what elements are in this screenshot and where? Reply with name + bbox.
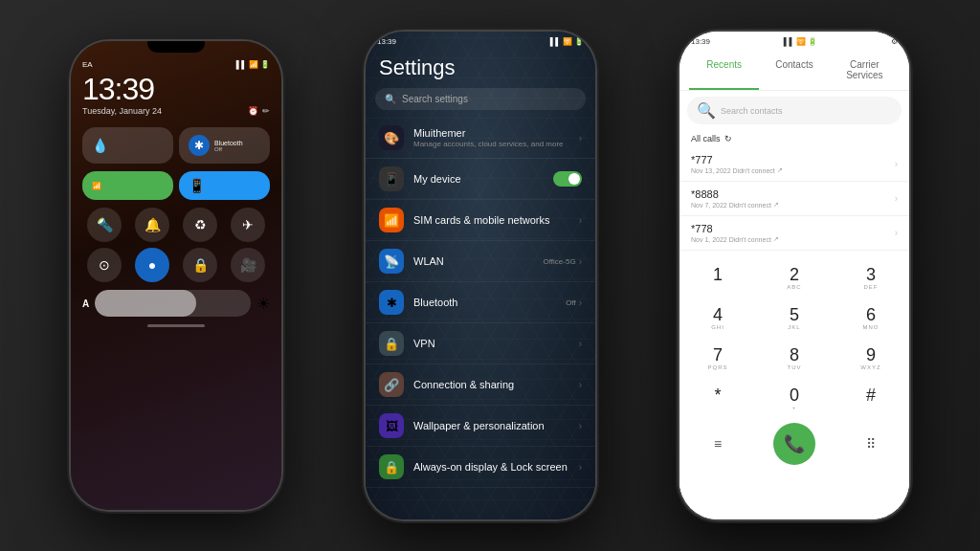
key-9-num: 9	[866, 346, 876, 364]
wallpaper-content: Wallpaper & personalization	[413, 420, 569, 431]
key-8[interactable]: 8 TUV	[756, 339, 833, 379]
status-bar-1: EA ▌▌ 📶 🔋	[82, 60, 270, 69]
brightness-slider[interactable]	[95, 290, 251, 317]
call-number-0: *777 Nov 13, 2022 Didn't connect ↗	[691, 154, 895, 174]
key-6-letters: MNO	[863, 323, 880, 331]
wlan-content: WLAN	[413, 255, 534, 267]
tab-recents[interactable]: Recents	[689, 55, 759, 90]
phone-settings: 13:39 ▌▌ 🛜 🔋 Settings 🔍 Search settings	[366, 32, 595, 519]
settings-search-box[interactable]: 🔍 Search settings	[375, 88, 586, 110]
tab-carrier[interactable]: Carrier Services	[830, 55, 900, 90]
hotspot-tile[interactable]: 📱	[179, 171, 270, 200]
device-toggle[interactable]	[553, 171, 582, 187]
airplane-btn[interactable]: ✈	[231, 208, 265, 242]
dialer-bottom-row: ≡ 📞 ⠿	[679, 419, 909, 469]
settings-list: 🎨 Miuithemer Manage accounts, cloud serv…	[366, 118, 595, 488]
phone-control-center: EA ▌▌ 📶 🔋 13:39 Tuesday, January 24 ⏰ ✏	[71, 41, 281, 510]
key-3[interactable]: 3 DEF	[833, 258, 909, 298]
notification-btn[interactable]: 🔔	[135, 208, 169, 242]
call-item-0[interactable]: *777 Nov 13, 2022 Didn't connect ↗ ›	[679, 147, 909, 182]
flashlight-btn[interactable]: 🔦	[87, 208, 122, 242]
dialpad-icon-btn[interactable]: ≡	[679, 429, 756, 459]
call-item-2[interactable]: *778 Nov 1, 2022 Didn't connect ↗ ›	[679, 216, 909, 251]
signal-2: ▌▌	[550, 37, 561, 46]
key-2[interactable]: 2 ABC	[756, 258, 833, 298]
key-4-num: 4	[713, 306, 723, 323]
settings-item-sim[interactable]: 📶 SIM cards & mobile networks ›	[366, 200, 595, 241]
connection-icon: 🔗	[379, 372, 404, 397]
call-status-text-1: Nov 7, 2022 Didn't connect	[691, 202, 771, 209]
carrier-tab-label: Carrier Services	[846, 59, 882, 80]
key-7[interactable]: 7 PQRS	[679, 339, 756, 379]
call-item-1[interactable]: *8888 Nov 7, 2022 Didn't connect ↗ ›	[679, 182, 909, 216]
key-2-num: 2	[790, 266, 799, 283]
icon-row-1: 🔦 🔔 ♻ ✈	[82, 208, 270, 242]
call-button[interactable]: 📞	[773, 423, 815, 465]
refresh-icon[interactable]: ↻	[724, 134, 732, 143]
key-star[interactable]: *	[679, 379, 756, 419]
settings-item-lockscreen[interactable]: 🔒 Always-on display & Lock screen ›	[366, 447, 595, 488]
key-1[interactable]: 1	[679, 258, 756, 298]
notch-1	[147, 41, 205, 53]
key-2-letters: ABC	[787, 283, 801, 291]
key-9[interactable]: 9 WXYZ	[833, 339, 909, 379]
chevron-icon-0: ›	[579, 133, 582, 143]
settings-item-device[interactable]: 📱 My device	[366, 159, 595, 200]
call-chevron-2: ›	[895, 228, 898, 238]
display-btn[interactable]: ⊙	[87, 248, 122, 282]
call-status-0: Nov 13, 2022 Didn't connect ↗	[691, 166, 895, 174]
key-4[interactable]: 4 GHI	[679, 298, 756, 339]
wifi-tile[interactable]: 💧	[82, 127, 173, 164]
settings-item-connection[interactable]: 🔗 Connection & sharing ›	[366, 364, 595, 406]
miuithemer-icon: 🎨	[379, 125, 404, 150]
dialer-grid: 1 2 ABC 3 DEF 4 GHI	[679, 258, 909, 419]
active-btn[interactable]: ●	[135, 248, 169, 282]
settings-gear-icon[interactable]: ⚙	[891, 37, 898, 46]
brightness-icon: ☀	[256, 295, 270, 313]
connection-label: Connection & sharing	[413, 379, 569, 390]
key-hash[interactable]: #	[833, 379, 909, 419]
screen-record-btn[interactable]: ♻	[183, 208, 217, 242]
device-icon: 📱	[379, 166, 404, 191]
key-0[interactable]: 0 +	[756, 379, 833, 419]
key-0-letters: +	[792, 404, 797, 411]
wlan-network: Office-5G	[544, 257, 576, 266]
lockscreen-label: Always-on display & Lock screen	[413, 461, 569, 473]
settings-item-miuithemer[interactable]: 🎨 Miuithemer Manage accounts, cloud serv…	[366, 118, 595, 159]
settings-bluetooth-icon: ✱	[379, 290, 404, 315]
lock-btn[interactable]: 🔒	[183, 248, 217, 282]
settings-title: Settings	[366, 50, 595, 88]
phone-app-tabs: Recents Contacts Carrier Services	[679, 50, 909, 91]
device-label: My device	[413, 173, 544, 185]
settings-item-wlan[interactable]: 📡 WLAN Office-5G ›	[366, 241, 595, 282]
key-5[interactable]: 5 JKL	[756, 298, 833, 339]
network-tile[interactable]: 📶	[82, 171, 173, 200]
signal-icons-1: ▌▌ 📶 🔋	[236, 60, 270, 69]
control-grid-bottom: 📶 📱	[82, 171, 270, 200]
key-4-letters: GHI	[711, 323, 724, 331]
settings-item-vpn[interactable]: 🔒 VPN ›	[366, 323, 595, 364]
key-9-letters: WXYZ	[860, 364, 880, 371]
wlan-icon: 📡	[379, 249, 404, 274]
brightness-fill	[95, 290, 196, 317]
contacts-search-box[interactable]: 🔍 Search contacts	[687, 97, 902, 124]
signal-3: ▌▌	[784, 37, 794, 46]
chevron-icon-5: ›	[579, 339, 582, 349]
camera-btn[interactable]: 🎥	[231, 248, 265, 282]
sim-content: SIM cards & mobile networks	[413, 214, 569, 226]
tab-contacts[interactable]: Contacts	[759, 55, 829, 90]
call-status-text-2: Nov 1, 2022 Didn't connect	[691, 236, 771, 243]
date-icons: ⏰ ✏	[248, 106, 270, 116]
grid-icon-btn[interactable]: ⠿	[833, 429, 909, 459]
bluetooth-tile[interactable]: ✱ Bluetooth Off	[179, 127, 270, 164]
recents-tab-label: Recents	[706, 59, 742, 70]
key-3-num: 3	[866, 266, 876, 283]
settings-item-wallpaper[interactable]: 🖼 Wallpaper & personalization ›	[366, 406, 595, 447]
brightness-row: A ☀	[82, 290, 270, 317]
settings-item-bluetooth[interactable]: ✱ Bluetooth Off ›	[366, 282, 595, 323]
settings-bg: 13:39 ▌▌ 🛜 🔋 Settings 🔍 Search settings	[366, 32, 595, 519]
key-6[interactable]: 6 MNO	[833, 298, 909, 339]
bluetooth-off-text: Off	[566, 298, 576, 307]
vpn-content: VPN	[413, 338, 569, 349]
dialer-content: 13:39 ▌▌ 🛜 🔋 ⚙ Recents Contacts Carrier …	[679, 32, 909, 519]
